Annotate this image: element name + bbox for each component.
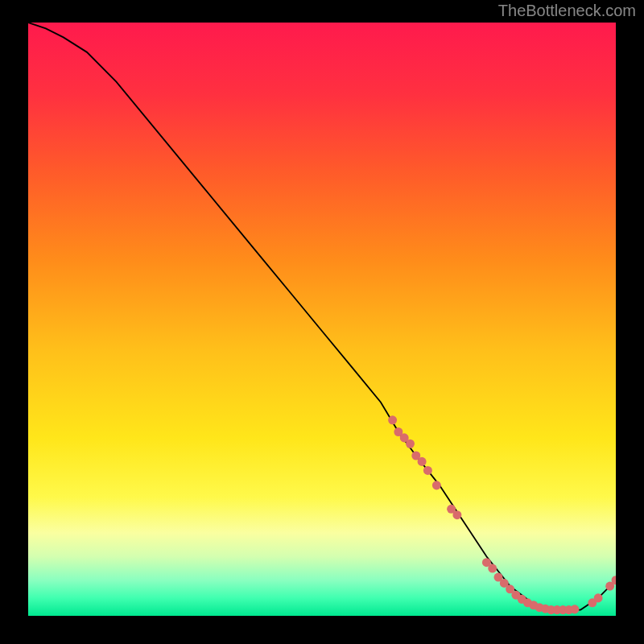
data-point — [488, 564, 497, 573]
data-point — [388, 415, 397, 424]
data-point — [570, 605, 579, 613]
data-point — [406, 440, 415, 448]
bottleneck-curve — [28, 23, 616, 610]
data-point — [423, 466, 432, 475]
data-point — [432, 481, 441, 489]
data-point — [594, 593, 603, 602]
data-points — [388, 415, 616, 614]
watermark-text: TheBottleneck.com — [498, 2, 636, 20]
chart-svg — [28, 23, 616, 616]
plot-area — [28, 23, 616, 616]
data-point — [418, 457, 427, 466]
data-point — [452, 510, 461, 519]
